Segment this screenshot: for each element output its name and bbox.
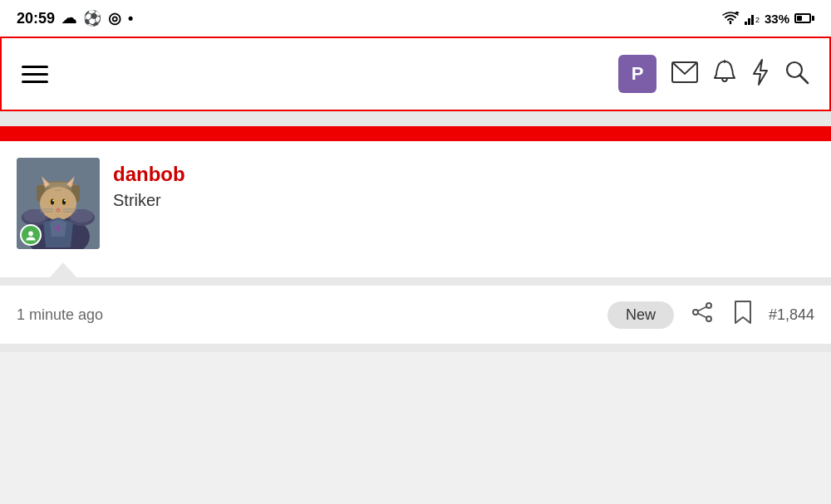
svg-line-41 (698, 307, 706, 311)
user-info: danbob Striker (113, 158, 185, 210)
svg-line-42 (698, 314, 706, 318)
svg-rect-1 (745, 22, 747, 25)
post-section: danbob Striker (0, 141, 831, 262)
bookmark-icon[interactable] (734, 301, 752, 329)
wifi-icon (721, 12, 740, 25)
eye-icon: ◎ (108, 9, 121, 27)
online-badge (20, 224, 42, 246)
user-role: Striker (113, 191, 185, 210)
bell-icon[interactable] (713, 60, 736, 88)
svg-line-8 (800, 76, 808, 83)
status-bar: 20:59 ☁ ⚽ ◎ • 2 33% (0, 0, 831, 37)
cloud-icon: ☁ (61, 9, 76, 27)
svg-point-27 (62, 199, 66, 205)
svg-point-39 (693, 310, 698, 315)
avatar-letter: P (632, 63, 644, 85)
svg-rect-2 (748, 18, 750, 25)
svg-point-38 (706, 303, 711, 308)
avatar-container (17, 158, 100, 249)
bottom-divider (0, 344, 831, 352)
svg-text:2: 2 (755, 16, 760, 24)
svg-point-28 (52, 200, 54, 202)
chevron-row (0, 262, 831, 277)
svg-point-26 (51, 199, 54, 205)
hamburger-line-3 (22, 81, 48, 83)
top-divider (0, 111, 831, 126)
lightning-icon[interactable] (751, 59, 770, 89)
svg-point-40 (706, 316, 711, 321)
red-accent-bar (0, 126, 831, 141)
mail-icon[interactable] (671, 61, 698, 86)
user-avatar-button[interactable]: P (618, 55, 656, 93)
chevron-icon (50, 262, 76, 277)
svg-marker-6 (754, 60, 767, 85)
hamburger-line-2 (22, 73, 48, 76)
post-user-row: danbob Striker (17, 158, 814, 262)
post-number: #1,844 (769, 306, 814, 324)
hamburger-menu-button[interactable] (22, 66, 48, 83)
nav-right-icons: P (618, 55, 809, 93)
soccer-icon: ⚽ (83, 9, 101, 27)
status-right: 2 33% (721, 12, 814, 26)
post-footer: 1 minute ago New #1,844 (0, 286, 831, 344)
svg-point-19 (40, 187, 76, 220)
post-time: 1 minute ago (17, 306, 594, 324)
svg-point-37 (28, 232, 33, 237)
post-divider (0, 277, 831, 286)
svg-rect-3 (751, 15, 754, 25)
status-left: 20:59 ☁ ⚽ ◎ • (17, 9, 133, 27)
battery-icon (794, 13, 814, 23)
hamburger-line-1 (22, 66, 48, 68)
dot-icon: • (128, 10, 133, 27)
top-nav-bar: P (0, 37, 831, 111)
new-badge[interactable]: New (607, 301, 674, 329)
username[interactable]: danbob (113, 163, 185, 186)
search-icon[interactable] (784, 60, 809, 88)
signal-icon: 2 (745, 12, 760, 25)
status-time: 20:59 (17, 10, 55, 27)
svg-point-29 (64, 200, 66, 202)
battery-percentage: 33% (765, 12, 789, 26)
online-icon (24, 228, 37, 242)
share-icon[interactable] (691, 302, 714, 327)
